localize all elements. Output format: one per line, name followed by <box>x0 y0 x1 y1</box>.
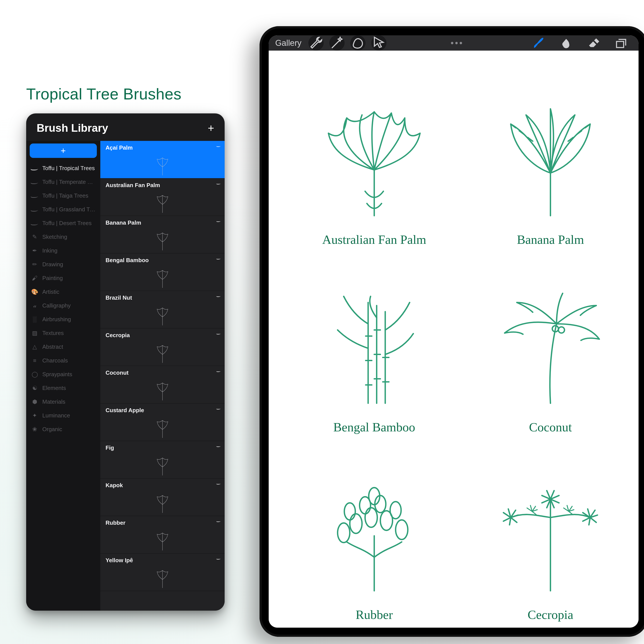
brush-thumbnail <box>141 265 184 289</box>
brush-item-name: Kapok <box>106 482 219 489</box>
gallery-button[interactable]: Gallery <box>275 38 301 48</box>
brush-item-name: Cecropia <box>106 332 219 339</box>
category-label: Materials <box>42 398 65 405</box>
brush-category-12[interactable]: ▨Textures <box>26 326 100 340</box>
brush-category-10[interactable]: 𝒶Calligraphy <box>26 299 100 313</box>
category-label: Drawing <box>42 261 63 268</box>
category-label: Toffu | Tropical Trees <box>42 165 95 172</box>
brush-category-11[interactable]: ░Airbrushing <box>26 313 100 326</box>
category-label: Spraypaints <box>42 371 72 378</box>
category-label: Artistic <box>42 289 59 295</box>
brush-thumbnail <box>141 152 184 176</box>
brush-thumbnail <box>141 340 184 364</box>
brush-category-13[interactable]: △Abstract <box>26 340 100 354</box>
category-label: Organic <box>42 426 62 433</box>
brush-item-name: Banana Palm <box>106 219 219 226</box>
wand-icon[interactable] <box>329 35 345 51</box>
brush-stroke-icon <box>216 445 221 447</box>
brush-category-1[interactable]: Toffu | Temperate Tre… <box>26 175 100 189</box>
brush-thumbnail <box>141 415 184 439</box>
brush-stroke-icon <box>216 333 221 335</box>
category-icon: ✎ <box>31 234 38 240</box>
brush-category-14[interactable]: ≡Charcoals <box>26 354 100 367</box>
category-label: Toffu | Temperate Tre… <box>42 179 96 185</box>
ipad-device: Gallery ••• <box>260 26 644 637</box>
brush-tool-icon[interactable] <box>528 37 550 49</box>
brush-item-8[interactable]: Fig <box>100 441 225 478</box>
brush-item-10[interactable]: Rubber <box>100 516 225 553</box>
plant-illustration <box>313 283 435 414</box>
brush-set-icon <box>30 180 39 184</box>
plant-caption: Australian Fan Palm <box>322 232 426 247</box>
brush-category-6[interactable]: ✒Inking <box>26 244 100 258</box>
category-label: Inking <box>42 247 57 254</box>
plant-illustration <box>313 95 435 226</box>
brush-item-0[interactable]: Açaí Palm <box>100 141 225 178</box>
brush-item-6[interactable]: Coconut <box>100 366 225 403</box>
wrench-icon[interactable] <box>308 35 324 51</box>
brush-item-name: Australian Fan Palm <box>106 182 219 189</box>
new-brush-set-button[interactable]: + <box>30 143 97 158</box>
brush-category-0[interactable]: Toffu | Tropical Trees <box>26 161 100 175</box>
brush-item-3[interactable]: Bengal Bamboo <box>100 253 225 291</box>
brush-item-2[interactable]: Banana Palm <box>100 216 225 253</box>
brush-item-4[interactable]: Brazil Nut <box>100 291 225 328</box>
brush-stroke-icon <box>216 183 221 184</box>
page-title: Tropical Tree Brushes <box>26 85 181 103</box>
brush-item-11[interactable]: Yellow Ipê <box>100 553 225 591</box>
canvas-plant-3: Coconut <box>475 256 625 434</box>
brush-category-17[interactable]: ⬢Materials <box>26 395 100 409</box>
brush-item-7[interactable]: Custard Apple <box>100 403 225 441</box>
brush-category-9[interactable]: 🎨Artistic <box>26 285 100 299</box>
brush-thumbnail <box>141 190 184 214</box>
plant-illustration <box>489 470 612 601</box>
brush-category-18[interactable]: ✦Luminance <box>26 409 100 422</box>
category-icon: ☯ <box>31 385 38 391</box>
category-icon: 🖌 <box>31 275 38 282</box>
canvas[interactable]: Australian Fan PalmBanana PalmBengal Bam… <box>269 51 639 628</box>
brush-category-7[interactable]: ✏Drawing <box>26 258 100 271</box>
brush-category-5[interactable]: ✎Sketching <box>26 230 100 244</box>
category-icon: ▨ <box>31 330 38 337</box>
category-label: Sketching <box>42 234 67 240</box>
brush-library-title: Brush Library <box>37 122 108 134</box>
brush-thumbnail <box>141 227 184 251</box>
category-label: Airbrushing <box>42 316 71 323</box>
canvas-plant-2: Bengal Bamboo <box>299 256 449 434</box>
brush-item-9[interactable]: Kapok <box>100 478 225 516</box>
more-icon[interactable]: ••• <box>451 38 464 48</box>
add-brush-button[interactable]: + <box>208 123 214 133</box>
brush-item-5[interactable]: Cecropia <box>100 328 225 366</box>
category-icon: ✒ <box>31 247 38 254</box>
brush-stroke-icon <box>216 408 221 410</box>
smudge-tool-icon[interactable] <box>555 37 577 49</box>
brush-category-16[interactable]: ☯Elements <box>26 381 100 395</box>
brush-category-4[interactable]: Toffu | Desert Trees <box>26 216 100 230</box>
brush-list: Açaí PalmAustralian Fan PalmBanana PalmB… <box>100 141 225 611</box>
brush-item-1[interactable]: Australian Fan Palm <box>100 178 225 216</box>
brush-library-header: Brush Library + <box>26 113 225 141</box>
brush-item-name: Custard Apple <box>106 407 219 414</box>
category-icon: ░ <box>31 316 38 323</box>
brush-category-19[interactable]: ❀Organic <box>26 422 100 436</box>
brush-thumbnail <box>141 490 184 514</box>
brush-stroke-icon <box>216 145 221 147</box>
brush-category-8[interactable]: 🖌Painting <box>26 271 100 285</box>
cursor-icon[interactable] <box>371 35 386 51</box>
brush-stroke-icon <box>216 295 221 297</box>
layers-icon[interactable] <box>610 37 632 49</box>
brush-set-icon <box>30 194 39 198</box>
brush-category-15[interactable]: ◯Spraypaints <box>26 367 100 381</box>
canvas-plant-1: Banana Palm <box>475 68 625 247</box>
category-label: Luminance <box>42 412 70 419</box>
brush-category-3[interactable]: Toffu | Grassland Trees <box>26 203 100 216</box>
plant-illustration <box>489 283 612 414</box>
brush-category-2[interactable]: Toffu | Taiga Trees <box>26 189 100 203</box>
plant-grid: Australian Fan PalmBanana PalmBengal Bam… <box>299 68 625 622</box>
plant-illustration <box>313 470 435 601</box>
brush-category-sidebar: + Toffu | Tropical TreesToffu | Temperat… <box>26 141 100 611</box>
selection-icon[interactable] <box>350 35 366 51</box>
category-label: Toffu | Desert Trees <box>42 220 92 227</box>
category-label: Toffu | Grassland Trees <box>42 206 96 213</box>
eraser-tool-icon[interactable] <box>583 37 605 49</box>
